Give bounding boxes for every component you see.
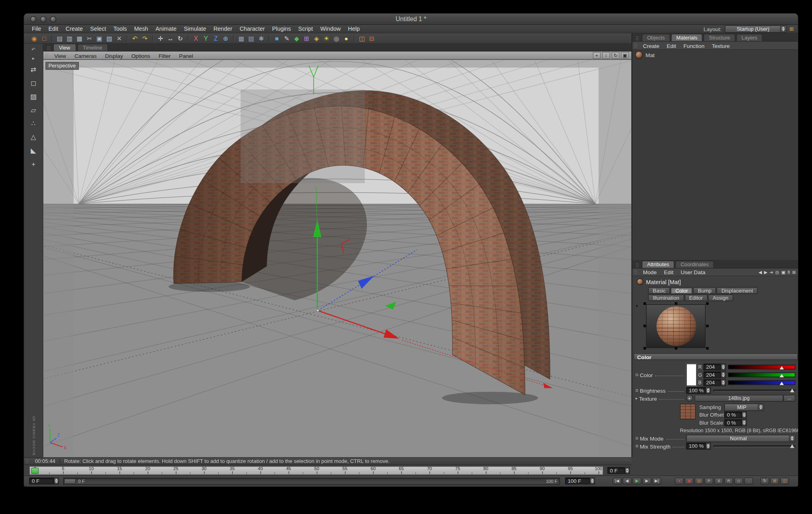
manager-menu-function[interactable]: Function [680, 42, 708, 49]
convert-mode-button[interactable]: ⇄ [27, 63, 40, 75]
keyframe-selection-button[interactable]: ◎ [695, 478, 703, 484]
attributes-menu-user-data[interactable]: User Data [677, 269, 709, 275]
texture-thumbnail[interactable] [680, 404, 695, 419]
viewport-menu-panel[interactable]: Panel [175, 52, 197, 59]
goto-start-button[interactable]: |◀ [613, 478, 622, 484]
animation-dot-icon[interactable] [636, 374, 638, 376]
brightness-field[interactable]: 100 % [686, 387, 711, 394]
selection-mini-button[interactable]: ▸ [29, 55, 38, 61]
cut-button[interactable]: ✂ [85, 34, 95, 43]
polygons-mode-button[interactable]: ◣ [27, 144, 40, 156]
redo-button[interactable]: ↷ [140, 34, 150, 43]
material-list-item[interactable]: Mat [632, 50, 798, 60]
menu-render[interactable]: Render [210, 25, 236, 33]
next-frame-button[interactable]: ▶ [642, 478, 651, 484]
keyframe-rotation-button[interactable]: R [724, 478, 733, 484]
menu-script[interactable]: Script [295, 25, 317, 33]
texture-browse-button[interactable]: ... [783, 395, 795, 401]
rotate-view-icon[interactable]: ↻ [612, 52, 620, 59]
model-mode-button[interactable]: ◻ [27, 77, 40, 89]
channel-tab-illumination[interactable]: Illumination [648, 295, 684, 301]
preview-handle[interactable] [706, 302, 709, 305]
timeline-ruler[interactable]: 0510152025303540455055606570758085909510… [29, 466, 603, 474]
undo-mini-button[interactable]: ↶ [29, 46, 38, 53]
menu-help[interactable]: Help [344, 25, 363, 33]
texture-file-button[interactable]: 14Bis.jpg [695, 395, 783, 401]
move-tool-button[interactable]: ✛ [156, 34, 166, 43]
preview-handle[interactable] [706, 347, 709, 350]
rectangle-selection-button[interactable]: □ [39, 34, 49, 43]
history-back-icon[interactable]: ◀ [759, 269, 762, 275]
channel-value-field[interactable]: 204 [703, 371, 726, 378]
stepper-icon[interactable] [721, 371, 726, 378]
add-generator-button[interactable]: ◆ [292, 34, 302, 43]
animation-dot-icon[interactable] [636, 437, 638, 440]
keyframe-pla-button[interactable]: ∙ [744, 478, 753, 484]
scale-tool-button[interactable]: ↔ [165, 34, 175, 43]
stepper-icon[interactable] [706, 387, 711, 394]
channel-value-field[interactable]: 204 [703, 379, 726, 386]
camera-label[interactable]: Perspective [46, 62, 79, 70]
pan-view-icon[interactable]: + [593, 52, 601, 59]
menu-character[interactable]: Character [236, 25, 268, 33]
channel-slider-red[interactable] [728, 364, 796, 369]
menu-tools[interactable]: Tools [110, 25, 131, 33]
stepper-icon[interactable] [706, 443, 711, 449]
play-button[interactable]: ▶ [632, 478, 641, 484]
viewport-menu-view[interactable]: View [50, 52, 70, 59]
animation-dot-icon[interactable] [636, 389, 638, 392]
texture-options-button[interactable]: ▸ [686, 395, 693, 401]
keyframe-position-button[interactable]: P [705, 478, 713, 484]
lock-x-axis-button[interactable]: X [191, 34, 201, 43]
goto-end-button[interactable]: ▶| [652, 478, 661, 484]
viewport-menu-display[interactable]: Display [101, 52, 127, 59]
playback-mode-button[interactable]: ↻ [761, 478, 769, 484]
layout-panel-b-button[interactable]: ⊟ [367, 34, 377, 43]
preview-handle[interactable] [706, 324, 709, 327]
preview-handle[interactable] [675, 347, 677, 350]
search-icon[interactable]: ◎ [775, 269, 779, 275]
lock-z-axis-button[interactable]: Z [211, 34, 221, 43]
layout-palette-icon[interactable]: ⊞ [789, 26, 794, 32]
undo-button[interactable]: ↶ [130, 34, 140, 43]
current-frame-field[interactable]: 0 F [608, 467, 630, 474]
color-swatch[interactable] [686, 364, 697, 386]
channel-slider-green[interactable] [728, 372, 796, 377]
coordinate-system-button[interactable]: ⊕ [221, 34, 231, 43]
minimize-button[interactable] [40, 16, 47, 22]
delete-button[interactable]: ✕ [114, 34, 124, 43]
menu-file[interactable]: File [28, 25, 45, 33]
stepper-icon[interactable] [742, 411, 747, 418]
layout-grid-button[interactable]: ⊞ [770, 478, 779, 484]
edges-mode-button[interactable]: △ [27, 131, 40, 143]
material-preview[interactable]: ▼ [632, 303, 798, 350]
tab-attributes[interactable]: Attributes [642, 261, 674, 268]
tab-structure[interactable]: Structure [704, 34, 735, 41]
preview-handle[interactable] [644, 302, 646, 305]
collapse-icon[interactable]: ▼ [635, 304, 639, 308]
brightness-slider[interactable] [713, 389, 795, 391]
stepper-icon[interactable] [54, 478, 59, 484]
tab-layers[interactable]: Layers [737, 34, 762, 41]
channel-tab-basic[interactable]: Basic [648, 287, 670, 294]
channel-tab-displacement[interactable]: Displacement [717, 287, 758, 294]
gizmo-origin[interactable] [317, 310, 319, 311]
stepper-icon[interactable] [742, 419, 747, 426]
viewport-tab-view[interactable]: View [53, 44, 76, 51]
zoom-button[interactable] [50, 16, 56, 22]
points-mode-button[interactable]: ∴ [27, 118, 40, 129]
channel-slider-blue[interactable] [728, 380, 796, 385]
expand-triangle-icon[interactable]: ▸ [636, 396, 638, 400]
lock-icon[interactable]: ▣ [781, 269, 785, 275]
tab-objects[interactable]: Objects [642, 34, 670, 41]
menu-create[interactable]: Create [62, 25, 86, 33]
viewport-menu-options[interactable]: Options [127, 52, 154, 59]
viewport-menu-filter[interactable]: Filter [154, 52, 175, 59]
stepper-icon[interactable] [625, 467, 630, 474]
menu-select[interactable]: Select [87, 25, 110, 33]
autokey-button[interactable]: ◉ [685, 478, 693, 484]
preview-handle[interactable] [675, 302, 677, 305]
animation-dot-icon[interactable] [636, 445, 638, 448]
channel-tab-color[interactable]: Color [671, 287, 693, 294]
workplane-mode-button[interactable]: ▱ [27, 104, 40, 116]
